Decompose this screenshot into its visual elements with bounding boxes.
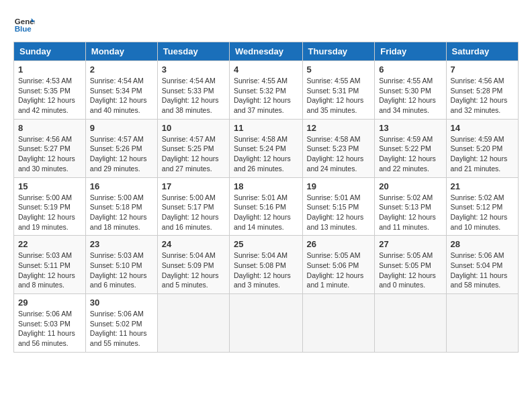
calendar-cell: 29Sunrise: 5:06 AMSunset: 5:03 PMDayligh…: [14, 294, 86, 353]
logo: General Blue: [13, 13, 35, 35]
day-number: 10: [162, 123, 225, 133]
day-info: Sunrise: 4:57 AMSunset: 5:26 PMDaylight:…: [90, 134, 153, 174]
day-number: 8: [18, 123, 81, 133]
calendar-cell: 14Sunrise: 4:59 AMSunset: 5:20 PMDayligh…: [446, 119, 518, 177]
calendar-cell: 30Sunrise: 5:06 AMSunset: 5:02 PMDayligh…: [85, 294, 157, 353]
day-number: 26: [307, 239, 371, 249]
column-header-sunday: Sunday: [14, 42, 86, 61]
day-number: 21: [451, 181, 514, 191]
day-number: 14: [451, 123, 514, 133]
day-info: Sunrise: 4:56 AMSunset: 5:28 PMDaylight:…: [451, 76, 514, 116]
calendar-week-row: 22Sunrise: 5:03 AMSunset: 5:11 PMDayligh…: [14, 236, 519, 294]
calendar-cell: [302, 294, 375, 353]
day-number: 19: [307, 181, 371, 191]
day-info: Sunrise: 5:06 AMSunset: 5:03 PMDaylight:…: [18, 309, 81, 349]
day-number: 13: [379, 123, 441, 133]
calendar-cell: 10Sunrise: 4:57 AMSunset: 5:25 PMDayligh…: [157, 119, 229, 177]
day-number: 29: [18, 298, 81, 308]
day-info: Sunrise: 4:56 AMSunset: 5:27 PMDaylight:…: [18, 134, 81, 174]
day-info: Sunrise: 5:05 AMSunset: 5:05 PMDaylight:…: [379, 250, 441, 290]
calendar-week-row: 15Sunrise: 5:00 AMSunset: 5:19 PMDayligh…: [14, 177, 519, 236]
calendar-cell: 20Sunrise: 5:02 AMSunset: 5:13 PMDayligh…: [375, 177, 446, 236]
day-info: Sunrise: 4:59 AMSunset: 5:22 PMDaylight:…: [379, 134, 441, 174]
day-number: 27: [379, 239, 441, 249]
calendar-cell: 21Sunrise: 5:02 AMSunset: 5:12 PMDayligh…: [446, 177, 518, 236]
calendar-week-row: 1Sunrise: 4:53 AMSunset: 5:35 PMDaylight…: [14, 61, 519, 120]
calendar-cell: [446, 294, 518, 353]
day-info: Sunrise: 5:00 AMSunset: 5:17 PMDaylight:…: [162, 193, 225, 232]
day-info: Sunrise: 5:03 AMSunset: 5:10 PMDaylight:…: [90, 250, 153, 290]
calendar-cell: 27Sunrise: 5:05 AMSunset: 5:05 PMDayligh…: [375, 236, 446, 294]
day-number: 2: [90, 64, 153, 75]
day-number: 6: [379, 64, 441, 75]
column-header-monday: Monday: [85, 42, 157, 61]
calendar-body: 1Sunrise: 4:53 AMSunset: 5:35 PMDaylight…: [14, 61, 519, 353]
calendar-cell: 12Sunrise: 4:58 AMSunset: 5:23 PMDayligh…: [302, 119, 375, 177]
calendar-cell: 4Sunrise: 4:55 AMSunset: 5:32 PMDaylight…: [230, 61, 303, 120]
calendar-cell: 3Sunrise: 4:54 AMSunset: 5:33 PMDaylight…: [157, 61, 229, 120]
day-info: Sunrise: 4:55 AMSunset: 5:30 PMDaylight:…: [379, 76, 441, 116]
calendar-cell: 7Sunrise: 4:56 AMSunset: 5:28 PMDaylight…: [446, 61, 518, 120]
calendar-cell: 13Sunrise: 4:59 AMSunset: 5:22 PMDayligh…: [375, 119, 446, 177]
day-number: 28: [451, 239, 514, 249]
day-info: Sunrise: 4:58 AMSunset: 5:24 PMDaylight:…: [234, 134, 298, 174]
day-number: 15: [18, 181, 81, 191]
calendar-cell: 5Sunrise: 4:55 AMSunset: 5:31 PMDaylight…: [302, 61, 375, 120]
day-info: Sunrise: 5:02 AMSunset: 5:12 PMDaylight:…: [451, 193, 514, 232]
column-header-wednesday: Wednesday: [230, 42, 303, 61]
day-number: 11: [234, 123, 298, 133]
day-number: 5: [307, 64, 371, 75]
day-info: Sunrise: 5:04 AMSunset: 5:08 PMDaylight:…: [234, 250, 298, 290]
calendar-cell: [375, 294, 446, 353]
day-number: 20: [379, 181, 441, 191]
day-info: Sunrise: 5:02 AMSunset: 5:13 PMDaylight:…: [379, 193, 441, 232]
calendar-cell: 18Sunrise: 5:01 AMSunset: 5:16 PMDayligh…: [230, 177, 303, 236]
calendar-cell: 1Sunrise: 4:53 AMSunset: 5:35 PMDaylight…: [14, 61, 86, 120]
day-number: 24: [162, 239, 225, 249]
day-info: Sunrise: 5:01 AMSunset: 5:16 PMDaylight:…: [234, 193, 298, 232]
day-number: 25: [234, 239, 298, 249]
day-info: Sunrise: 5:06 AMSunset: 5:04 PMDaylight:…: [451, 250, 514, 290]
day-info: Sunrise: 5:05 AMSunset: 5:06 PMDaylight:…: [307, 250, 371, 290]
calendar-cell: 6Sunrise: 4:55 AMSunset: 5:30 PMDaylight…: [375, 61, 446, 120]
day-info: Sunrise: 4:57 AMSunset: 5:25 PMDaylight:…: [162, 134, 225, 174]
calendar-cell: 26Sunrise: 5:05 AMSunset: 5:06 PMDayligh…: [302, 236, 375, 294]
column-header-thursday: Thursday: [302, 42, 375, 61]
day-info: Sunrise: 5:01 AMSunset: 5:15 PMDaylight:…: [307, 193, 371, 232]
day-number: 17: [162, 181, 225, 191]
svg-text:Blue: Blue: [15, 25, 32, 33]
day-info: Sunrise: 5:04 AMSunset: 5:09 PMDaylight:…: [162, 250, 225, 290]
day-number: 1: [18, 64, 81, 75]
calendar-cell: 8Sunrise: 4:56 AMSunset: 5:27 PMDaylight…: [14, 119, 86, 177]
calendar-week-row: 29Sunrise: 5:06 AMSunset: 5:03 PMDayligh…: [14, 294, 519, 353]
day-number: 3: [162, 64, 225, 75]
day-info: Sunrise: 4:58 AMSunset: 5:23 PMDaylight:…: [307, 134, 371, 174]
day-info: Sunrise: 4:55 AMSunset: 5:32 PMDaylight:…: [234, 76, 298, 116]
day-info: Sunrise: 5:00 AMSunset: 5:18 PMDaylight:…: [90, 193, 153, 232]
calendar-header-row: SundayMondayTuesdayWednesdayThursdayFrid…: [14, 42, 519, 61]
day-number: 4: [234, 64, 298, 75]
calendar-cell: 28Sunrise: 5:06 AMSunset: 5:04 PMDayligh…: [446, 236, 518, 294]
logo-icon: General Blue: [13, 13, 35, 35]
calendar-cell: [230, 294, 303, 353]
calendar-cell: 2Sunrise: 4:54 AMSunset: 5:34 PMDaylight…: [85, 61, 157, 120]
calendar-cell: 23Sunrise: 5:03 AMSunset: 5:10 PMDayligh…: [85, 236, 157, 294]
calendar-cell: 9Sunrise: 4:57 AMSunset: 5:26 PMDaylight…: [85, 119, 157, 177]
calendar-cell: 24Sunrise: 5:04 AMSunset: 5:09 PMDayligh…: [157, 236, 229, 294]
calendar-cell: 11Sunrise: 4:58 AMSunset: 5:24 PMDayligh…: [230, 119, 303, 177]
day-number: 22: [18, 239, 81, 249]
calendar-week-row: 8Sunrise: 4:56 AMSunset: 5:27 PMDaylight…: [14, 119, 519, 177]
day-number: 12: [307, 123, 371, 133]
calendar-cell: 19Sunrise: 5:01 AMSunset: 5:15 PMDayligh…: [302, 177, 375, 236]
day-info: Sunrise: 4:54 AMSunset: 5:34 PMDaylight:…: [90, 76, 153, 116]
day-number: 9: [90, 123, 153, 133]
day-info: Sunrise: 4:53 AMSunset: 5:35 PMDaylight:…: [18, 76, 81, 116]
calendar-cell: 22Sunrise: 5:03 AMSunset: 5:11 PMDayligh…: [14, 236, 86, 294]
day-info: Sunrise: 4:59 AMSunset: 5:20 PMDaylight:…: [451, 134, 514, 174]
column-header-tuesday: Tuesday: [157, 42, 229, 61]
day-number: 30: [90, 298, 153, 308]
day-info: Sunrise: 5:06 AMSunset: 5:02 PMDaylight:…: [90, 309, 153, 349]
day-info: Sunrise: 5:03 AMSunset: 5:11 PMDaylight:…: [18, 250, 81, 290]
column-header-saturday: Saturday: [446, 42, 518, 61]
day-info: Sunrise: 4:55 AMSunset: 5:31 PMDaylight:…: [307, 76, 371, 116]
